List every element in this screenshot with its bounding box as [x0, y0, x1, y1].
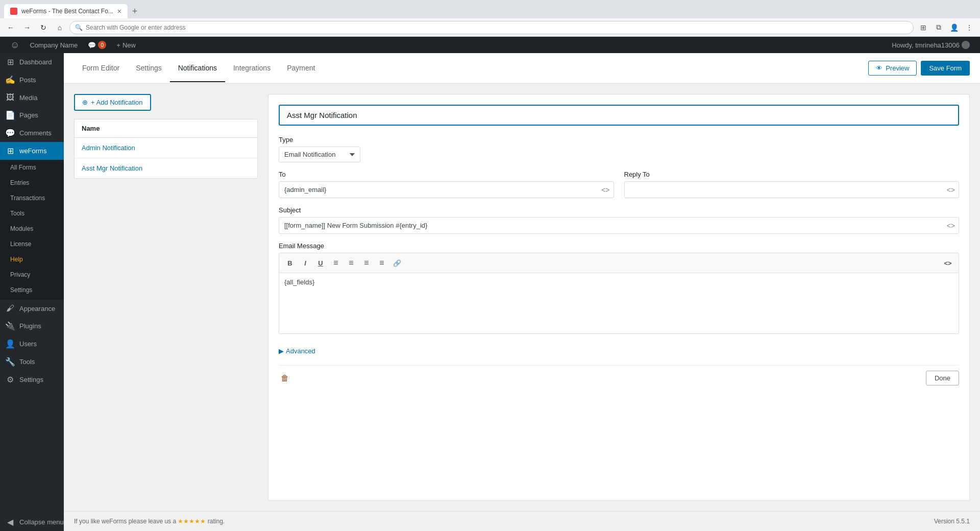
align-center-button[interactable]: ≡ [345, 256, 358, 270]
page-header: Form Editor Settings Notifications Integ… [64, 53, 980, 84]
posts-icon: ✍ [5, 75, 15, 85]
advanced-toggle[interactable]: ▶ Advanced [279, 342, 959, 360]
tab-notifications[interactable]: Notifications [170, 55, 225, 82]
sidebar-item-help[interactable]: Help [0, 252, 64, 267]
reply-to-input[interactable] [624, 181, 960, 198]
footer-text-before: If you like weForms please leave us a [74, 518, 178, 525]
align-right-button[interactable]: ≡ [360, 256, 373, 270]
sidebar-item-tools[interactable]: 🔧 Tools [0, 353, 64, 371]
wp-logo-button[interactable]: ☺ [5, 37, 24, 53]
active-tab[interactable]: weForms - The Best Contact Fo... × [4, 4, 128, 18]
advanced-label: Advanced [286, 347, 315, 355]
reload-button[interactable]: ↻ [37, 21, 50, 34]
sidebar-item-settings[interactable]: ⚙ Settings [0, 371, 64, 389]
sidebar-item-plugins[interactable]: 🔌 Plugins [0, 317, 64, 335]
editor-area[interactable]: {all_fields} [279, 273, 959, 334]
transactions-label: Transactions [10, 195, 45, 202]
delete-notification-button[interactable]: 🗑 [279, 372, 291, 385]
app-layout: ⊞ Dashboard ✍ Posts 🖼 Media 📄 Pages 💬 Co… [0, 53, 980, 531]
eye-icon: 👁 [876, 64, 883, 72]
align-justify-button[interactable]: ≡ [375, 256, 388, 270]
sidebar-item-weforms[interactable]: ⊞ weForms [0, 142, 64, 160]
link-button[interactable]: 🔗 [390, 256, 404, 270]
save-form-button[interactable]: Save Form [921, 61, 970, 76]
footer-version: Version 5.5.1 [934, 518, 970, 525]
add-notification-button[interactable]: ⊕ + Add Notification [74, 94, 151, 111]
main-content: Form Editor Settings Notifications Integ… [64, 53, 980, 531]
bookmarks-button[interactable]: ⊞ [917, 21, 930, 34]
footer-rating: If you like weForms please leave us a ★★… [74, 518, 225, 525]
sidebar-item-comments[interactable]: 💬 Comments [0, 124, 64, 142]
page-footer: If you like weForms please leave us a ★★… [64, 511, 980, 531]
notification-name-input[interactable] [279, 105, 959, 126]
forward-button[interactable]: → [20, 21, 34, 34]
search-icon: 🔍 [75, 24, 83, 31]
tab-integrations[interactable]: Integrations [225, 55, 279, 82]
admin-notification-link[interactable]: Admin Notification [82, 144, 135, 152]
tab-notifications-label: Notifications [178, 64, 217, 72]
sidebar-item-tools-sub[interactable]: Tools [0, 206, 64, 221]
sidebar-item-pages[interactable]: 📄 Pages [0, 106, 64, 124]
extensions-button[interactable]: ⧉ [932, 21, 945, 34]
address-bar[interactable]: 🔍 [69, 21, 914, 34]
to-code-icon[interactable]: <> [601, 186, 609, 194]
italic-button[interactable]: I [299, 256, 312, 270]
sidebar-item-collapse[interactable]: ◀ Collapse menu [0, 513, 64, 531]
sidebar-label-users: Users [19, 340, 37, 348]
sidebar-item-license[interactable]: License [0, 236, 64, 252]
asst-mgr-notification-link[interactable]: Asst Mgr Notification [82, 164, 142, 172]
plus-circle-icon: ⊕ [82, 99, 88, 106]
appearance-icon: 🖌 [5, 304, 15, 313]
preview-button[interactable]: 👁 Preview [868, 61, 917, 76]
comments-button[interactable]: 💬 0 [83, 37, 111, 53]
new-content-button[interactable]: + New [111, 37, 141, 53]
source-code-button[interactable]: <> [941, 256, 954, 270]
list-item[interactable]: Asst Mgr Notification [75, 158, 257, 178]
sidebar-item-all-forms[interactable]: All Forms [0, 160, 64, 175]
tab-form-editor[interactable]: Form Editor [74, 55, 128, 82]
sidebar-item-modules[interactable]: Modules [0, 221, 64, 236]
all-forms-label: All Forms [10, 164, 36, 171]
address-input[interactable] [86, 24, 908, 31]
bold-button[interactable]: B [283, 256, 297, 270]
notification-footer: 🗑 Done [279, 365, 959, 385]
settings-icon: ⚙ [5, 375, 15, 384]
footer-text-after: rating. [208, 518, 225, 525]
sidebar-item-dashboard[interactable]: ⊞ Dashboard [0, 53, 64, 71]
tab-payment[interactable]: Payment [279, 55, 323, 82]
sidebar-label-settings: Settings [19, 376, 43, 383]
reply-to-code-icon[interactable]: <> [947, 186, 955, 194]
to-input[interactable] [279, 181, 614, 198]
done-button[interactable]: Done [926, 371, 959, 385]
type-label: Type [279, 136, 959, 143]
sidebar-item-entries[interactable]: Entries [0, 175, 64, 190]
tab-settings[interactable]: Settings [128, 55, 170, 82]
sidebar-item-posts[interactable]: ✍ Posts [0, 71, 64, 89]
site-name-button[interactable]: Company Name [24, 37, 83, 53]
profile-button[interactable]: 👤 [947, 21, 961, 34]
sidebar-item-appearance[interactable]: 🖌 Appearance [0, 300, 64, 317]
browser-toolbar: ← → ↻ ⌂ 🔍 ⊞ ⧉ 👤 ⋮ [0, 18, 980, 37]
settings-sub-label: Settings [10, 286, 32, 294]
sidebar-item-privacy[interactable]: Privacy [0, 267, 64, 282]
tab-close-button[interactable]: × [117, 7, 121, 15]
tools-sub-label: Tools [10, 210, 24, 217]
sidebar-item-media[interactable]: 🖼 Media [0, 89, 64, 106]
home-button[interactable]: ⌂ [53, 21, 66, 34]
type-select[interactable]: Email Notification Admin Notification [279, 147, 360, 162]
sidebar-label-media: Media [19, 94, 37, 102]
new-tab-button[interactable]: + [128, 4, 142, 18]
subject-code-icon[interactable]: <> [947, 222, 955, 230]
underline-button[interactable]: U [314, 256, 327, 270]
tab-payment-label: Payment [287, 64, 315, 72]
subject-input[interactable] [279, 217, 959, 234]
menu-button[interactable]: ⋮ [963, 21, 976, 34]
list-item[interactable]: Admin Notification [75, 138, 257, 158]
sidebar-item-transactions[interactable]: Transactions [0, 190, 64, 206]
chevron-right-icon: ▶ [279, 347, 284, 355]
align-left-button[interactable]: ≡ [329, 256, 342, 270]
sidebar-item-settings-sub[interactable]: Settings [0, 282, 64, 298]
page-header-right: 👁 Preview Save Form [868, 61, 970, 76]
back-button[interactable]: ← [4, 21, 17, 34]
sidebar-item-users[interactable]: 👤 Users [0, 335, 64, 353]
